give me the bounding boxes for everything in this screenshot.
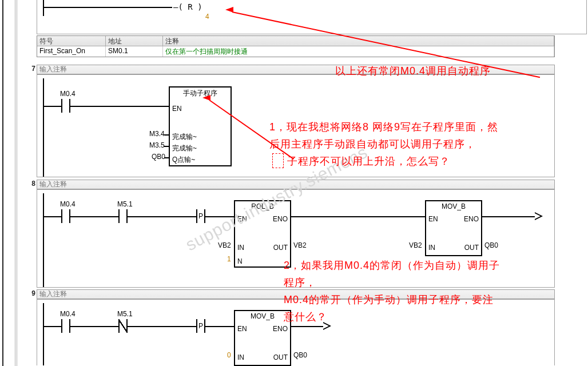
arrow-head-icon [202, 95, 210, 101]
contact-label: M0.4 [60, 90, 76, 98]
annotation-box [272, 153, 284, 168]
contact-m0-4[interactable] [54, 208, 77, 224]
rung6-fragment: —( R ) 4 [21, 0, 587, 34]
rung-number-7: 7 [21, 65, 35, 75]
contact-m5-1-nc[interactable] [112, 318, 134, 334]
reset-coil: —( R ) [173, 2, 202, 11]
annotation-q2-line2: 程序， [284, 274, 316, 291]
end-arrow-icon [535, 212, 543, 220]
contact-m5-1[interactable] [112, 208, 134, 224]
annotation-q2-line1: 2，如果我用M0.4的常闭（作为自动）调用子 [284, 257, 500, 273]
annotation-q2-line4: 意什么？ [284, 309, 327, 325]
mov-b-block[interactable]: MOV_B EN ENO IN OUT [234, 310, 291, 366]
symtab-col-address: 地址 [106, 36, 163, 46]
table-row: First_Scan_On SM0.1 仅在第一个扫描周期时接通 [37, 46, 554, 57]
symbol-table: 符号 地址 注释 First_Scan_On SM0.1 仅在第一个扫描周期时接… [37, 35, 555, 57]
annotation-top: 以上还有常闭M0.4调用自动程序 [335, 63, 491, 79]
reset-count: 4 [205, 13, 209, 21]
symtab-col-symbol: 符号 [37, 36, 106, 46]
ladder-editor: —( R ) 4 符号 地址 注释 First_Scan_On SM0.1 仅在… [2, 0, 588, 366]
annotation-q1-line1: 1，现在我想将网络8 网络9写在子程序里面，然 [269, 119, 498, 135]
subroutine-block[interactable]: 手动子程序 EN 完成输~ 完成输~ Q点输~ [169, 86, 232, 166]
vertical-ruler [15, 0, 17, 366]
rol-b-block[interactable]: ROL_B EN ENO IN OUT N [234, 200, 291, 268]
mov-b-block[interactable]: MOV_B EN ENO IN OUT [425, 200, 482, 256]
contact-m0-4[interactable] [54, 318, 77, 334]
annotation-q2-line3: M0.4的常开（作为手动）调用子程序，要注 [284, 292, 494, 308]
rung-comment[interactable]: 输入注释 [37, 180, 555, 189]
contact-m0-4[interactable] [54, 98, 77, 114]
rung-number-9: 9 [21, 289, 35, 300]
annotation-q1-line3: 子程序不可以用上升沿，怎么写？ [287, 153, 450, 169]
rung-number-8: 8 [21, 180, 35, 190]
symtab-col-comment: 注释 [163, 36, 554, 46]
annotation-q1-line2: 后用主程序手动跟自动都可以调用子程序， [269, 136, 476, 152]
arrow-head-icon [225, 7, 233, 13]
